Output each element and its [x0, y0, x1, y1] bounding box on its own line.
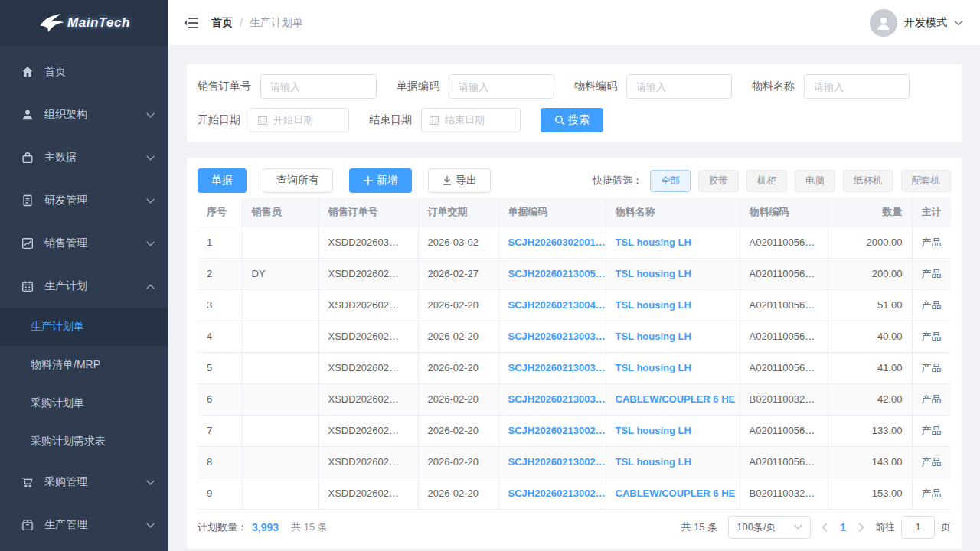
filter-label: 单据编码: [397, 80, 439, 93]
cell-delivery-date: 2026-02-20: [418, 415, 498, 446]
user-menu[interactable]: 开发模式: [870, 9, 963, 37]
start-date-picker[interactable]: 开始日期: [250, 108, 349, 132]
sidebar-item-org[interactable]: 组织架构: [0, 93, 168, 136]
sales-order-input[interactable]: [260, 74, 377, 99]
cell-doc-code-link[interactable]: SCJH20260213005…: [498, 258, 606, 289]
cell-material-name-link[interactable]: TSL housing LH: [606, 415, 740, 446]
sidebar-item-production-plan-order[interactable]: 生产计划单: [0, 308, 168, 346]
cell-material-code: B020110032…: [740, 383, 828, 415]
cell-quantity: 143.00: [828, 446, 912, 478]
cell-doc-code-link[interactable]: SCJH20260213003…: [498, 352, 606, 383]
cell-material-name-link[interactable]: TSL housing LH: [606, 446, 740, 478]
cell-doc-code-link[interactable]: SCJH20260302001…: [498, 227, 606, 258]
cell-doc-code-link[interactable]: SCJH20260213003…: [498, 321, 606, 352]
sidebar-item-purchase-plan[interactable]: 采购计划单: [0, 384, 168, 422]
cell-material-code: A020110056…: [740, 258, 828, 289]
cell-material-code: A020110056…: [740, 352, 828, 383]
next-page-icon[interactable]: [858, 523, 864, 532]
plan-list-panel: 单据 查询所有 新增 导出 快捷筛选： 全部 胶带 机柜 电脑 纸杯机: [187, 158, 962, 549]
cell-material-name-link[interactable]: TSL housing LH: [606, 258, 740, 289]
cell-delivery-date: 2026-03-02: [418, 227, 498, 258]
sidebar-item-purchase-plan-demand[interactable]: 采购计划需求表: [0, 422, 168, 461]
export-button[interactable]: 导出: [428, 168, 491, 193]
material-name-input[interactable]: [804, 74, 910, 99]
sidebar-fold-icon[interactable]: [182, 15, 199, 31]
sidebar-item-bom-mrp[interactable]: 物料清单/MRP: [0, 346, 168, 384]
chip-cabinet[interactable]: 机柜: [746, 170, 787, 192]
material-code-input[interactable]: [626, 74, 732, 99]
cell-material-name-link[interactable]: TSL housing LH: [606, 321, 740, 352]
add-button[interactable]: 新增: [349, 168, 412, 193]
plan-table: 序号 销售员 销售订单号 订单交期 单据编码 物料名称 物料编码 数量 主计: [198, 198, 951, 510]
sidebar-item-home[interactable]: 首页: [0, 51, 168, 93]
cell-doc-code-link[interactable]: SCJH20260213002…: [498, 415, 606, 446]
breadcrumb-home[interactable]: 首页: [211, 16, 233, 30]
table-footer: 计划数量： 3,993 共 15 条 共 15 条 100条/页 1 前往: [198, 510, 951, 539]
sidebar-item-sales[interactable]: 销售管理: [0, 222, 168, 265]
cell-material-name-link[interactable]: CABLEW/COUPLER 6 HE: [606, 383, 740, 415]
cell-main-plan: 产品: [912, 383, 951, 415]
cell-salesperson: [242, 227, 318, 258]
cell-material-name-link[interactable]: TSL housing LH: [606, 352, 740, 383]
document-button[interactable]: 单据: [198, 168, 247, 193]
cell-index: 6: [198, 383, 242, 415]
cell-delivery-date: 2026-02-20: [418, 321, 498, 352]
calendar-icon: [429, 115, 439, 126]
end-date-picker[interactable]: 结束日期: [421, 108, 521, 132]
search-icon: [554, 115, 565, 126]
breadcrumb-separator: /: [240, 17, 243, 29]
breadcrumb-current: 生产计划单: [250, 16, 303, 30]
query-all-button[interactable]: 查询所有: [263, 168, 333, 193]
cell-delivery-date: 2026-02-20: [418, 446, 498, 478]
cell-index: 4: [198, 321, 242, 352]
cell-main-plan: 产品: [912, 446, 951, 478]
sidebar-item-production-plan[interactable]: 生产计划: [0, 265, 168, 308]
sidebar-item-rd[interactable]: 研发管理: [0, 179, 168, 222]
chip-papercup-machine[interactable]: 纸杯机: [843, 170, 893, 192]
cell-sales-order: XSDD202602…: [318, 415, 418, 446]
table-row: 3 XSDD202602… 2026-02-20 SCJH20260213004…: [198, 289, 951, 321]
chip-all[interactable]: 全部: [650, 170, 691, 192]
cell-quantity: 41.00: [828, 352, 912, 383]
cell-material-name-link[interactable]: TSL housing LH: [606, 227, 740, 258]
table-row: 6 XSDD202602… 2026-02-20 SCJH20260213003…: [198, 383, 951, 415]
goto-page: 前往 页: [875, 516, 951, 539]
cell-quantity: 133.00: [828, 415, 912, 446]
plan-total-count: 共 15 条: [291, 520, 328, 534]
sidebar-item-manufacturing[interactable]: 生产管理: [0, 504, 168, 546]
sidebar-item-purchasing[interactable]: 采购管理: [0, 461, 168, 504]
table-header-row: 序号 销售员 销售订单号 订单交期 单据编码 物料名称 物料编码 数量 主计: [198, 198, 951, 227]
cell-doc-code-link[interactable]: SCJH20260213003…: [498, 383, 606, 415]
current-page[interactable]: 1: [838, 521, 848, 533]
cell-quantity: 2000.00: [828, 227, 912, 258]
cell-delivery-date: 2026-02-20: [418, 383, 498, 415]
col-delivery-date: 订单交期: [418, 198, 498, 227]
sidebar-submenu-production-plan: 生产计划单 物料清单/MRP 采购计划单 采购计划需求表: [0, 308, 168, 461]
plus-icon: [363, 175, 374, 186]
cell-material-name-link[interactable]: TSL housing LH: [606, 289, 740, 321]
sidebar-item-master-data[interactable]: 主数据: [0, 136, 168, 179]
chip-supporting-machine[interactable]: 配套机: [901, 170, 952, 192]
page-size-select[interactable]: 100条/页: [728, 516, 811, 539]
filter-label: 开始日期: [198, 113, 240, 127]
cell-material-name-link[interactable]: CABLEW/COUPLER 6 HE: [606, 478, 740, 509]
prev-page-icon[interactable]: [822, 523, 828, 532]
user-icon: [21, 108, 34, 122]
col-salesperson: 销售员: [242, 198, 318, 227]
cell-material-code: A020110056…: [740, 227, 828, 258]
avatar[interactable]: [870, 9, 897, 37]
cell-salesperson: [242, 446, 318, 478]
cell-doc-code-link[interactable]: SCJH20260213002…: [498, 446, 606, 478]
doc-code-input[interactable]: [449, 74, 554, 99]
cell-doc-code-link[interactable]: SCJH20260213004…: [498, 289, 606, 321]
chip-computer[interactable]: 电脑: [795, 170, 835, 192]
cell-delivery-date: 2026-02-20: [418, 478, 498, 509]
goto-page-input[interactable]: [901, 516, 935, 539]
chip-tape[interactable]: 胶带: [698, 170, 739, 192]
col-index: 序号: [198, 198, 242, 227]
button-label: 导出: [456, 174, 477, 187]
search-button[interactable]: 搜索: [541, 108, 603, 132]
quick-filter-label: 快捷筛选：: [593, 174, 642, 187]
cell-doc-code-link[interactable]: SCJH20260213002…: [498, 478, 606, 509]
button-label: 单据: [211, 174, 233, 187]
